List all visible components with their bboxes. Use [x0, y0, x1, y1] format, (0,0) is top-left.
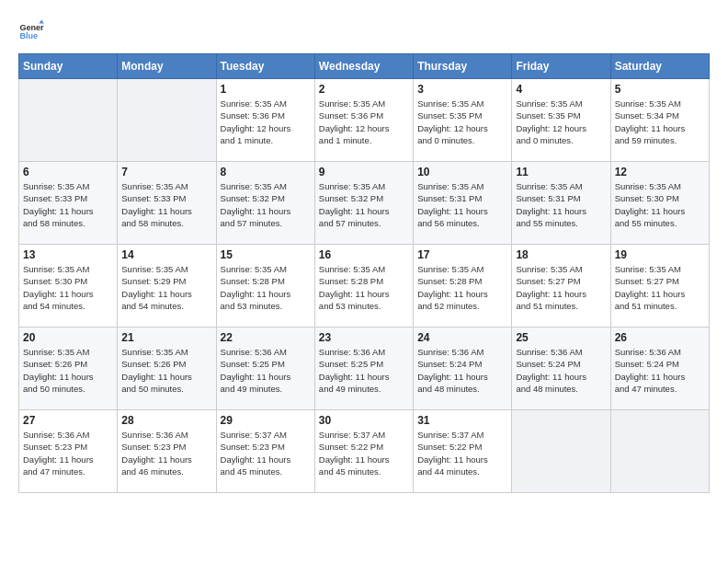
calendar-cell: 22Sunrise: 5:36 AM Sunset: 5:25 PM Dayli…	[216, 327, 314, 410]
week-row-2: 13Sunrise: 5:35 AM Sunset: 5:30 PM Dayli…	[19, 245, 710, 327]
day-info: Sunrise: 5:35 AM Sunset: 5:35 PM Dayligh…	[417, 98, 507, 146]
day-info: Sunrise: 5:36 AM Sunset: 5:24 PM Dayligh…	[615, 346, 705, 395]
day-info: Sunrise: 5:35 AM Sunset: 5:30 PM Dayligh…	[615, 180, 705, 229]
calendar-cell: 26Sunrise: 5:36 AM Sunset: 5:24 PM Dayli…	[610, 327, 709, 410]
day-info: Sunrise: 5:35 AM Sunset: 5:36 PM Dayligh…	[221, 98, 311, 146]
calendar-cell: 29Sunrise: 5:37 AM Sunset: 5:23 PM Dayli…	[216, 410, 314, 493]
day-header-tuesday: Tuesday	[216, 54, 314, 79]
day-header-saturday: Saturday	[610, 54, 709, 79]
day-info: Sunrise: 5:35 AM Sunset: 5:36 PM Dayligh…	[319, 98, 409, 146]
calendar-cell: 18Sunrise: 5:35 AM Sunset: 5:27 PM Dayli…	[512, 245, 610, 327]
week-row-3: 20Sunrise: 5:35 AM Sunset: 5:26 PM Dayli…	[19, 327, 710, 410]
calendar-table: SundayMondayTuesdayWednesdayThursdayFrid…	[18, 53, 710, 493]
calendar-cell: 9Sunrise: 5:35 AM Sunset: 5:32 PM Daylig…	[314, 162, 413, 245]
day-info: Sunrise: 5:35 AM Sunset: 5:26 PM Dayligh…	[23, 346, 113, 395]
calendar-cell: 13Sunrise: 5:35 AM Sunset: 5:30 PM Dayli…	[19, 245, 118, 327]
calendar-cell: 24Sunrise: 5:36 AM Sunset: 5:24 PM Dayli…	[414, 327, 512, 410]
day-info: Sunrise: 5:35 AM Sunset: 5:33 PM Dayligh…	[23, 180, 113, 229]
day-info: Sunrise: 5:35 AM Sunset: 5:35 PM Dayligh…	[516, 98, 606, 146]
day-number: 17	[417, 248, 507, 261]
day-info: Sunrise: 5:35 AM Sunset: 5:34 PM Dayligh…	[615, 98, 705, 146]
day-info: Sunrise: 5:36 AM Sunset: 5:23 PM Dayligh…	[23, 429, 113, 477]
day-info: Sunrise: 5:36 AM Sunset: 5:24 PM Dayligh…	[417, 346, 507, 395]
calendar-cell: 19Sunrise: 5:35 AM Sunset: 5:27 PM Dayli…	[610, 245, 709, 327]
day-number: 14	[121, 248, 211, 261]
day-number: 18	[516, 248, 606, 261]
day-number: 5	[615, 83, 705, 96]
day-info: Sunrise: 5:35 AM Sunset: 5:29 PM Dayligh…	[121, 263, 211, 312]
day-number: 10	[417, 166, 507, 178]
day-number: 26	[615, 331, 705, 344]
calendar-cell: 3Sunrise: 5:35 AM Sunset: 5:35 PM Daylig…	[414, 79, 512, 162]
calendar-cell: 15Sunrise: 5:35 AM Sunset: 5:28 PM Dayli…	[216, 245, 314, 327]
svg-text:Blue: Blue	[19, 31, 38, 40]
day-info: Sunrise: 5:35 AM Sunset: 5:31 PM Dayligh…	[417, 180, 507, 229]
day-number: 12	[615, 166, 705, 178]
day-info: Sunrise: 5:36 AM Sunset: 5:24 PM Dayligh…	[516, 346, 606, 395]
calendar-cell: 30Sunrise: 5:37 AM Sunset: 5:22 PM Dayli…	[314, 410, 413, 493]
day-number: 21	[121, 331, 211, 344]
week-row-1: 6Sunrise: 5:35 AM Sunset: 5:33 PM Daylig…	[19, 162, 710, 245]
calendar-cell: 31Sunrise: 5:37 AM Sunset: 5:22 PM Dayli…	[414, 410, 512, 493]
calendar-cell: 8Sunrise: 5:35 AM Sunset: 5:32 PM Daylig…	[216, 162, 314, 245]
calendar-cell: 10Sunrise: 5:35 AM Sunset: 5:31 PM Dayli…	[414, 162, 512, 245]
day-number: 8	[221, 166, 311, 178]
calendar-cell: 1Sunrise: 5:35 AM Sunset: 5:36 PM Daylig…	[216, 79, 314, 162]
day-number: 7	[121, 166, 211, 178]
day-info: Sunrise: 5:37 AM Sunset: 5:22 PM Dayligh…	[319, 429, 409, 477]
calendar-cell: 27Sunrise: 5:36 AM Sunset: 5:23 PM Dayli…	[19, 410, 118, 493]
calendar-cell: 7Sunrise: 5:35 AM Sunset: 5:33 PM Daylig…	[118, 162, 216, 245]
day-info: Sunrise: 5:35 AM Sunset: 5:27 PM Dayligh…	[615, 263, 705, 312]
day-number: 2	[319, 83, 409, 96]
day-number: 20	[23, 331, 113, 344]
calendar-cell	[19, 79, 118, 162]
calendar-cell: 11Sunrise: 5:35 AM Sunset: 5:31 PM Dayli…	[512, 162, 610, 245]
day-info: Sunrise: 5:35 AM Sunset: 5:30 PM Dayligh…	[23, 263, 113, 312]
day-number: 4	[516, 83, 606, 96]
svg-text:General: General	[19, 23, 44, 32]
day-info: Sunrise: 5:35 AM Sunset: 5:28 PM Dayligh…	[417, 263, 507, 312]
week-row-0: 1Sunrise: 5:35 AM Sunset: 5:36 PM Daylig…	[19, 79, 710, 162]
day-number: 6	[23, 166, 113, 178]
day-info: Sunrise: 5:35 AM Sunset: 5:27 PM Dayligh…	[516, 263, 606, 312]
calendar-cell: 21Sunrise: 5:35 AM Sunset: 5:26 PM Dayli…	[118, 327, 216, 410]
day-number: 9	[319, 166, 409, 178]
day-number: 27	[23, 414, 113, 427]
day-info: Sunrise: 5:35 AM Sunset: 5:33 PM Dayligh…	[121, 180, 211, 229]
day-info: Sunrise: 5:35 AM Sunset: 5:32 PM Dayligh…	[221, 180, 311, 229]
day-info: Sunrise: 5:35 AM Sunset: 5:31 PM Dayligh…	[516, 180, 606, 229]
day-number: 25	[516, 331, 606, 344]
header: General Blue	[18, 18, 710, 44]
day-info: Sunrise: 5:37 AM Sunset: 5:22 PM Dayligh…	[417, 429, 507, 477]
calendar-cell	[118, 79, 216, 162]
day-number: 29	[221, 414, 311, 427]
day-info: Sunrise: 5:35 AM Sunset: 5:32 PM Dayligh…	[319, 180, 409, 229]
calendar-cell: 5Sunrise: 5:35 AM Sunset: 5:34 PM Daylig…	[610, 79, 709, 162]
day-info: Sunrise: 5:37 AM Sunset: 5:23 PM Dayligh…	[221, 429, 311, 477]
week-row-4: 27Sunrise: 5:36 AM Sunset: 5:23 PM Dayli…	[19, 410, 710, 493]
calendar-cell: 14Sunrise: 5:35 AM Sunset: 5:29 PM Dayli…	[118, 245, 216, 327]
calendar-cell: 2Sunrise: 5:35 AM Sunset: 5:36 PM Daylig…	[314, 79, 413, 162]
day-number: 30	[319, 414, 409, 427]
day-info: Sunrise: 5:35 AM Sunset: 5:28 PM Dayligh…	[221, 263, 311, 312]
logo-icon: General Blue	[18, 18, 44, 44]
calendar-body: 1Sunrise: 5:35 AM Sunset: 5:36 PM Daylig…	[19, 79, 710, 493]
day-info: Sunrise: 5:36 AM Sunset: 5:25 PM Dayligh…	[221, 346, 311, 395]
day-header-monday: Monday	[118, 54, 216, 79]
calendar-cell: 6Sunrise: 5:35 AM Sunset: 5:33 PM Daylig…	[19, 162, 118, 245]
day-number: 22	[221, 331, 311, 344]
day-number: 11	[516, 166, 606, 178]
day-header-thursday: Thursday	[414, 54, 512, 79]
calendar-cell	[512, 410, 610, 493]
day-header-friday: Friday	[512, 54, 610, 79]
calendar-cell: 28Sunrise: 5:36 AM Sunset: 5:23 PM Dayli…	[118, 410, 216, 493]
calendar-cell: 16Sunrise: 5:35 AM Sunset: 5:28 PM Dayli…	[314, 245, 413, 327]
day-number: 13	[23, 248, 113, 261]
day-info: Sunrise: 5:36 AM Sunset: 5:23 PM Dayligh…	[121, 429, 211, 477]
day-number: 23	[319, 331, 409, 344]
calendar-cell: 12Sunrise: 5:35 AM Sunset: 5:30 PM Dayli…	[610, 162, 709, 245]
day-header-wednesday: Wednesday	[314, 54, 413, 79]
day-info: Sunrise: 5:35 AM Sunset: 5:26 PM Dayligh…	[121, 346, 211, 395]
day-number: 28	[121, 414, 211, 427]
day-number: 1	[221, 83, 311, 96]
